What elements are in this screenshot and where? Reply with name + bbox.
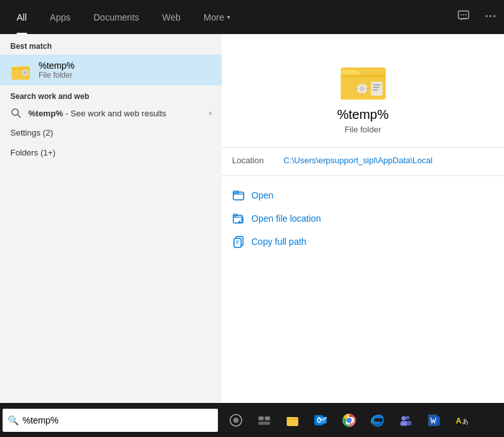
- svg-point-41: [318, 418, 320, 422]
- nav-right: [455, 8, 499, 27]
- open-label: Open: [251, 190, 273, 201]
- tab-web-label: Web: [162, 12, 181, 22]
- folder-icon-large: [338, 53, 389, 107]
- open-file-location-label: Open file location: [251, 213, 321, 224]
- feedback-icon[interactable]: [455, 8, 472, 27]
- search-web-icon: [10, 107, 22, 119]
- taskbar-word-icon[interactable]: [421, 407, 447, 433]
- divider-2: [222, 175, 504, 176]
- svg-point-10: [24, 71, 27, 75]
- search-web-text: %temp% - See work and web results: [28, 109, 166, 118]
- svg-rect-23: [361, 93, 363, 95]
- svg-rect-34: [258, 416, 264, 420]
- svg-point-2: [463, 14, 464, 15]
- open-icon: [232, 189, 245, 202]
- best-match-label: Best match: [0, 34, 222, 55]
- left-panel: Best match %temp% File folder: [0, 34, 222, 437]
- best-match-name: %temp%: [39, 60, 75, 71]
- svg-rect-37: [287, 417, 298, 426]
- search-web-label: Search work and web: [0, 85, 222, 103]
- top-nav: All Apps Documents Web More ▾: [0, 0, 504, 34]
- copy-full-path-label: Copy full path: [251, 236, 307, 247]
- tab-documents-label: Documents: [93, 12, 139, 22]
- taskbar-outlook-icon[interactable]: [308, 407, 334, 433]
- taskbar-edge-icon[interactable]: [364, 407, 390, 433]
- right-panel: %temp% File folder Location C:\Users\erp…: [222, 34, 504, 437]
- svg-point-43: [346, 418, 352, 423]
- divider: [222, 147, 504, 148]
- tab-more-label: More: [204, 12, 224, 22]
- tab-apps[interactable]: Apps: [39, 0, 82, 34]
- svg-text:A: A: [456, 416, 462, 425]
- svg-rect-47: [401, 421, 407, 425]
- tab-web[interactable]: Web: [150, 0, 192, 34]
- best-match-item[interactable]: %temp% File folder: [0, 55, 222, 85]
- main-layout: Best match %temp% File folder: [0, 34, 504, 437]
- taskbar-taskswitch-icon[interactable]: [251, 407, 277, 433]
- chevron-right-icon: ›: [209, 109, 212, 118]
- folders-section[interactable]: Folders (1+): [0, 143, 222, 163]
- location-row: Location C:\Users\erpsupport_sipl\AppDat…: [222, 156, 504, 175]
- taskbar-lang-icon[interactable]: A あ: [449, 407, 475, 433]
- svg-point-21: [359, 86, 364, 91]
- best-match-type: File folder: [39, 71, 75, 80]
- settings-label: Settings (2): [10, 128, 53, 138]
- svg-rect-28: [233, 215, 242, 223]
- taskbar-taskview-icon[interactable]: [223, 407, 249, 433]
- svg-rect-16: [371, 82, 382, 96]
- more-options-icon[interactable]: [482, 8, 499, 27]
- chevron-down-icon: ▾: [227, 13, 230, 21]
- taskbar-icons: A あ: [223, 407, 475, 433]
- taskbar-teams-icon[interactable]: [393, 407, 419, 433]
- taskbar-explorer-icon[interactable]: [280, 407, 305, 433]
- action-copy-full-path[interactable]: Copy full path: [232, 230, 494, 253]
- result-type: File folder: [345, 125, 381, 134]
- svg-rect-17: [373, 84, 381, 85]
- svg-point-1: [461, 14, 462, 15]
- svg-line-12: [18, 115, 21, 118]
- svg-text:あ: あ: [462, 418, 469, 425]
- svg-rect-18: [373, 87, 379, 88]
- settings-section[interactable]: Settings (2): [0, 123, 222, 143]
- taskbar: 🔍: [0, 403, 504, 437]
- svg-rect-19: [373, 89, 378, 91]
- search-input[interactable]: [22, 415, 213, 425]
- copy-full-path-icon: [232, 235, 245, 248]
- tab-apps-label: Apps: [50, 12, 71, 22]
- tab-all-label: All: [17, 12, 27, 22]
- action-list: Open Open file location: [222, 184, 504, 253]
- svg-point-33: [233, 418, 239, 423]
- folders-label: Folders (1+): [10, 148, 55, 157]
- svg-rect-35: [265, 416, 270, 420]
- svg-rect-25: [355, 88, 357, 89]
- open-file-location-icon: [232, 212, 245, 225]
- svg-point-4: [486, 15, 488, 17]
- search-box[interactable]: 🔍: [3, 409, 218, 432]
- tab-more[interactable]: More ▾: [192, 0, 242, 34]
- svg-point-3: [465, 14, 467, 15]
- action-open[interactable]: Open: [232, 184, 494, 207]
- folder-icon-small: [10, 60, 31, 80]
- location-value[interactable]: C:\Users\erpsupport_sipl\AppData\Local: [284, 156, 433, 165]
- svg-rect-36: [258, 422, 270, 425]
- svg-point-44: [406, 416, 410, 420]
- best-match-text: %temp% File folder: [39, 60, 75, 80]
- result-title: %temp%: [337, 107, 388, 122]
- svg-rect-15: [341, 75, 386, 77]
- tab-all[interactable]: All: [5, 0, 39, 34]
- search-icon: 🔍: [8, 415, 19, 425]
- action-open-file-location[interactable]: Open file location: [232, 207, 494, 230]
- svg-point-46: [402, 416, 406, 420]
- svg-point-6: [494, 15, 496, 17]
- svg-rect-24: [366, 88, 369, 89]
- search-web-item[interactable]: %temp% - See work and web results ›: [0, 103, 222, 123]
- location-label: Location: [232, 156, 284, 165]
- taskbar-chrome-icon[interactable]: [336, 407, 362, 433]
- tab-documents[interactable]: Documents: [82, 0, 150, 34]
- svg-rect-22: [361, 82, 363, 85]
- svg-point-11: [12, 109, 19, 116]
- svg-point-5: [490, 15, 492, 17]
